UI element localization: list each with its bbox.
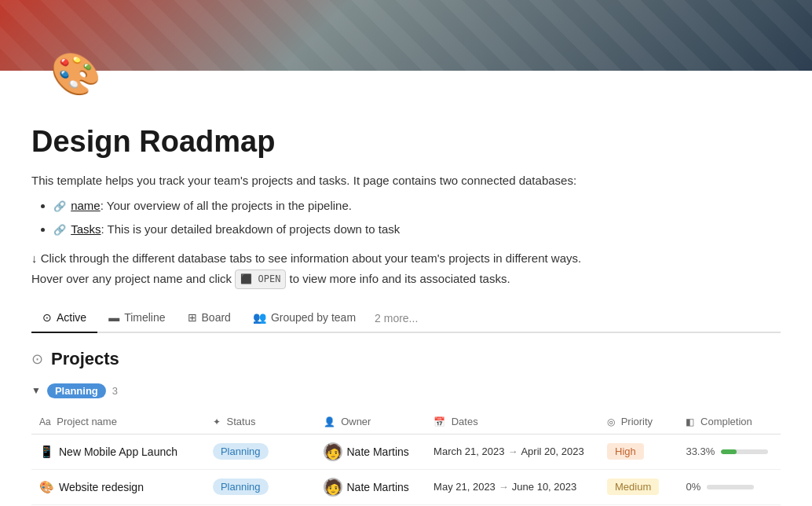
click-info: ↓ Click through the different database t… xyxy=(31,248,781,289)
group-planning-row: ▼ Planning 3 xyxy=(31,380,781,402)
completion-pct: 33.3% xyxy=(686,446,715,457)
col-header-dates: 📅 Dates xyxy=(426,409,599,434)
owner-cell: 🧑 Nate Martins xyxy=(324,442,419,461)
list-item-tasks: 🔗 Tasks: This is your detailed breakdown… xyxy=(53,220,781,239)
col-icon-name: Aa xyxy=(39,416,51,427)
col-header-owner: 👤 Owner xyxy=(316,409,426,434)
table-header-row: Aa Project name ✦ Status 👤 Owner 📅 Dates xyxy=(31,409,781,434)
tasks-text: : This is your detailed breakdown of pro… xyxy=(101,222,401,236)
col-icon-dates: 📅 xyxy=(433,416,445,427)
page-icon: 🎨 xyxy=(50,50,101,98)
project-icon: 🎨 xyxy=(39,480,54,494)
projects-icon: 🔗 xyxy=(53,200,66,212)
projects-database: ⊙ Projects ▼ Planning 3 Aa Project name … xyxy=(31,349,781,505)
date-range: March 21, 2023→April 20, 2023 xyxy=(433,446,591,457)
click-info-line1: ↓ Click through the different database t… xyxy=(31,248,781,269)
date-range: May 21, 2023→June 10, 2023 xyxy=(433,481,591,493)
project-name: Website redesign xyxy=(59,481,144,493)
db-title-row: ⊙ Projects xyxy=(31,349,781,369)
avatar: 🧑 xyxy=(324,442,342,461)
tab-board[interactable]: ⊞ Board xyxy=(177,305,242,332)
db-target-icon: ⊙ xyxy=(31,350,43,368)
completion-pct: 0% xyxy=(686,481,700,493)
open-badge: ⬛ OPEN xyxy=(235,270,286,288)
click-info-line2: Hover over any project name and click ⬛ … xyxy=(31,269,781,289)
progress-bar xyxy=(707,485,754,490)
db-title: Projects xyxy=(51,349,119,369)
projects-table: Aa Project name ✦ Status 👤 Owner 📅 Dates xyxy=(31,409,781,505)
project-name: New Mobile App Launch xyxy=(59,446,177,458)
table-row: 📱 New Mobile App Launch Planning 🧑 Nate … xyxy=(31,434,781,469)
tasks-icon: 🔗 xyxy=(53,224,66,236)
priority-badge: High xyxy=(607,443,644,460)
list-item-projects: 🔗 name: Your overview of all the project… xyxy=(53,196,781,215)
col-header-name: Aa Project name xyxy=(31,409,205,434)
col-icon-completion: ◧ xyxy=(686,416,694,427)
active-tab-icon: ⊙ xyxy=(42,311,52,324)
tab-active-label: Active xyxy=(57,311,86,324)
project-icon: 📱 xyxy=(39,445,54,459)
projects-text: : Your overview of all the projects in t… xyxy=(101,199,352,212)
col-header-status: ✦ Status xyxy=(205,409,316,434)
tab-active[interactable]: ⊙ Active xyxy=(31,305,97,332)
col-icon-priority: ◎ xyxy=(607,416,615,427)
progress-fill xyxy=(721,449,737,454)
board-tab-icon: ⊞ xyxy=(188,311,197,324)
table-row: 🎨 Website redesign Planning 🧑 Nate Marti… xyxy=(31,469,781,504)
timeline-tab-icon: ▬ xyxy=(108,311,119,324)
feature-list: 🔗 name: Your overview of all the project… xyxy=(31,196,781,239)
tab-timeline-label: Timeline xyxy=(124,311,165,324)
completion-cell: 33.3% xyxy=(686,446,773,457)
priority-badge: Medium xyxy=(607,478,659,495)
tab-grouped-label: Grouped by team xyxy=(271,311,356,324)
group-count: 3 xyxy=(112,385,118,397)
status-badge: Planning xyxy=(213,478,269,495)
tabs-bar: ⊙ Active ▬ Timeline ⊞ Board 👥 Grouped by… xyxy=(31,305,781,333)
page-banner xyxy=(0,0,812,71)
tab-board-label: Board xyxy=(202,311,231,324)
group-toggle[interactable]: ▼ xyxy=(31,385,41,396)
owner-cell: 🧑 Nate Martins xyxy=(324,478,419,497)
col-header-priority: ◎ Priority xyxy=(599,409,678,434)
project-name-cell[interactable]: 📱 New Mobile App Launch xyxy=(39,445,197,459)
owner-name: Nate Martins xyxy=(347,481,409,493)
tab-timeline[interactable]: ▬ Timeline xyxy=(97,305,176,332)
col-header-completion: ◧ Completion xyxy=(678,409,781,434)
group-badge: Planning xyxy=(47,383,106,398)
tab-more[interactable]: 2 more... xyxy=(367,306,426,331)
col-icon-owner: 👤 xyxy=(324,416,335,427)
tab-grouped[interactable]: 👥 Grouped by team xyxy=(242,305,367,332)
owner-name: Nate Martins xyxy=(347,446,409,458)
tasks-link[interactable]: Tasks xyxy=(71,222,101,236)
status-badge: Planning xyxy=(213,443,269,460)
grouped-tab-icon: 👥 xyxy=(253,311,266,324)
page-description: This template helps you track your team'… xyxy=(31,171,781,190)
project-name-cell[interactable]: 🎨 Website redesign xyxy=(39,480,197,494)
page-title: Design Roadmap xyxy=(31,125,781,159)
completion-cell: 0% xyxy=(686,481,773,493)
projects-link[interactable]: name xyxy=(71,199,101,212)
col-icon-status: ✦ xyxy=(213,416,221,427)
tab-more-label: 2 more... xyxy=(375,312,418,324)
progress-bar xyxy=(721,449,768,454)
avatar: 🧑 xyxy=(324,478,342,497)
